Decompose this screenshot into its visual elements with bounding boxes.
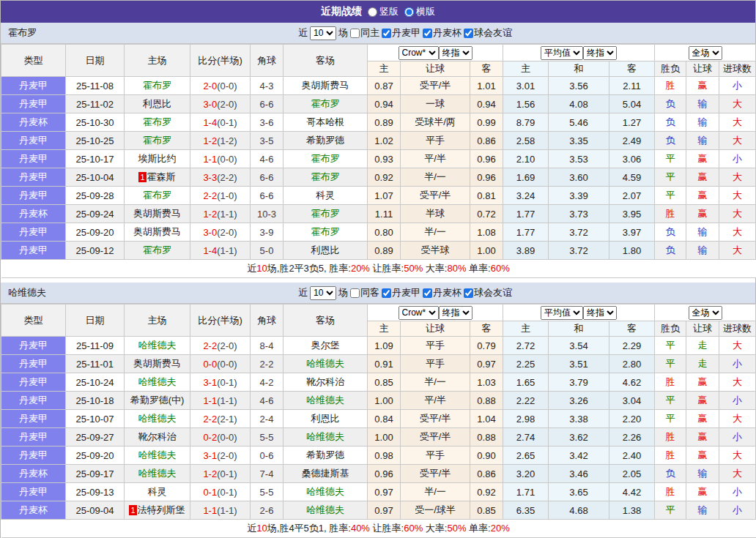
- column-subheader: 胜负: [655, 321, 686, 337]
- cell-home-team: 埃斯比约: [125, 150, 190, 168]
- cell-result-handicap: 输: [686, 242, 719, 260]
- horizontal-radio[interactable]: [404, 7, 414, 17]
- odds-source-select[interactable]: Crow*: [399, 306, 439, 320]
- cell-result-goals: 小: [719, 355, 756, 373]
- cell-score: 0-2(0-0): [190, 428, 251, 447]
- cell-result-outcome: 平: [655, 355, 686, 373]
- league-option[interactable]: 球会友谊: [464, 286, 512, 299]
- cell-odds-home: 0.94: [368, 95, 401, 113]
- odds-source-header: 全场: [655, 45, 756, 61]
- odds-source-select[interactable]: 平均值: [541, 46, 583, 60]
- cell-result-handicap: 走: [686, 337, 719, 355]
- column-subheader: 和: [549, 61, 609, 77]
- cell-result-goals: 大: [719, 447, 756, 465]
- same-venue-option[interactable]: 同客: [350, 286, 379, 299]
- column-subheader: 和: [549, 321, 609, 337]
- league-checkbox[interactable]: [423, 288, 432, 298]
- cell-odds-away: 0.99: [470, 113, 503, 132]
- cell-avg-home: 2.72: [503, 337, 549, 355]
- match-row: 丹麦甲25-10-07哈维德夫2-2(2-1)2-4利恩比0.84受平/半1.0…: [1, 410, 756, 428]
- cell-date: 25-10-17: [66, 150, 125, 168]
- cell-corners: 3-5: [251, 132, 284, 150]
- cell-league: 丹麦杯: [1, 205, 66, 223]
- league-checkbox[interactable]: [382, 288, 391, 298]
- league-option[interactable]: 丹麦甲: [382, 26, 420, 40]
- cell-odds-home: 1.11: [368, 205, 401, 223]
- cell-odds-home: 0.97: [368, 501, 401, 520]
- cell-avg-home: 2.10: [503, 150, 549, 168]
- odds-source-select[interactable]: 平均值: [541, 306, 583, 320]
- cell-odds-handicap: 受平/半: [401, 410, 470, 428]
- column-subheader: 主: [368, 321, 401, 337]
- league-checkbox[interactable]: [464, 288, 473, 298]
- cell-avg-away: 5.04: [609, 95, 655, 113]
- cell-corners: 2-6: [251, 501, 284, 520]
- cell-score: 2-0(0-0): [190, 77, 251, 95]
- cell-away-team: 哈维德夫: [284, 355, 368, 373]
- odds-source-header: 平均值终指: [503, 305, 655, 321]
- cell-league: 丹麦甲: [1, 223, 66, 242]
- cell-league: 丹麦杯: [1, 501, 66, 520]
- odds-source-select[interactable]: 终指: [439, 306, 472, 320]
- cell-result-handicap: 赢: [686, 447, 719, 465]
- cell-date: 25-09-24: [66, 205, 125, 223]
- cell-league: 丹麦甲: [1, 447, 66, 465]
- match-count-select[interactable]: 10: [310, 26, 336, 40]
- league-checkbox[interactable]: [423, 29, 432, 38]
- layout-option-vertical[interactable]: 竖版: [368, 5, 399, 18]
- same-venue-checkbox[interactable]: [350, 29, 360, 38]
- odds-source-select[interactable]: 全场: [689, 46, 722, 60]
- odds-source-select[interactable]: 终指: [439, 46, 472, 60]
- layout-option-horizontal[interactable]: 横版: [404, 5, 435, 18]
- cell-away-team: 霍布罗: [284, 150, 368, 168]
- cell-home-team: 奥胡斯费马: [125, 355, 190, 373]
- same-venue-option[interactable]: 同主: [350, 26, 379, 40]
- league-checkbox[interactable]: [382, 29, 391, 38]
- cell-result-handicap: 输: [686, 95, 719, 113]
- cell-avg-draw: 3.79: [549, 373, 609, 392]
- cell-avg-draw: 3.51: [549, 355, 609, 373]
- cell-home-team: 科灵: [125, 483, 190, 501]
- cell-avg-away: 3.95: [609, 205, 655, 223]
- cell-odds-handicap: 受平/半: [401, 187, 470, 205]
- same-venue-checkbox[interactable]: [350, 288, 360, 298]
- column-subheader: 让球: [401, 321, 470, 337]
- cell-away-team: 哈维德夫: [284, 428, 368, 447]
- league-option[interactable]: 丹麦杯: [423, 286, 462, 299]
- cell-league: 丹麦甲: [1, 428, 66, 447]
- cell-score: 2-2(2-0): [190, 337, 251, 355]
- cell-avg-draw: 3.46: [549, 465, 609, 483]
- cell-away-team: 霍布罗: [284, 95, 368, 113]
- cell-score: 1-4(0-1): [190, 113, 251, 132]
- odds-source-select[interactable]: 终指: [583, 46, 617, 60]
- odds-source-select[interactable]: 全场: [689, 306, 722, 320]
- match-row: 丹麦甲25-10-24哈维德夫3-1(0-1)4-2靴尔科治0.85半/一1.0…: [1, 373, 756, 392]
- cell-result-goals: 大: [719, 168, 756, 187]
- odds-source-select[interactable]: 终指: [583, 306, 617, 320]
- odds-source-select[interactable]: Crow*: [399, 46, 439, 60]
- league-checkbox[interactable]: [464, 29, 473, 38]
- cell-result-handicap: 赢: [686, 187, 719, 205]
- cell-odds-handicap: 一球: [401, 95, 470, 113]
- cell-odds-handicap: 平手: [401, 132, 470, 150]
- league-option[interactable]: 丹麦甲: [382, 286, 420, 299]
- league-option[interactable]: 球会友谊: [464, 26, 512, 40]
- column-header: 主场: [125, 305, 190, 337]
- cell-avg-draw: 4.08: [549, 95, 609, 113]
- cell-score: 1-1(0-0): [190, 150, 251, 168]
- cell-league: 丹麦甲: [1, 77, 66, 95]
- vertical-radio[interactable]: [368, 7, 377, 17]
- cell-avg-home: 8.79: [503, 113, 549, 132]
- league-option[interactable]: 丹麦杯: [423, 26, 462, 40]
- cell-league: 丹麦甲: [1, 95, 66, 113]
- cell-result-handicap: 赢: [686, 150, 719, 168]
- cell-odds-home: 1.02: [368, 132, 401, 150]
- red-card-badge: 1: [129, 505, 136, 515]
- cell-avg-home: 3.20: [503, 465, 549, 483]
- filter-bar: 近10场同主丹麦甲丹麦杯球会友谊: [298, 26, 512, 40]
- column-subheader: 进球数: [719, 321, 756, 337]
- match-count-select[interactable]: 10: [310, 286, 336, 300]
- cell-odds-home: 0.91: [368, 355, 401, 373]
- filter-bar: 近10场同客丹麦甲丹麦杯球会友谊: [298, 286, 512, 300]
- cell-result-goals: 小: [719, 392, 756, 410]
